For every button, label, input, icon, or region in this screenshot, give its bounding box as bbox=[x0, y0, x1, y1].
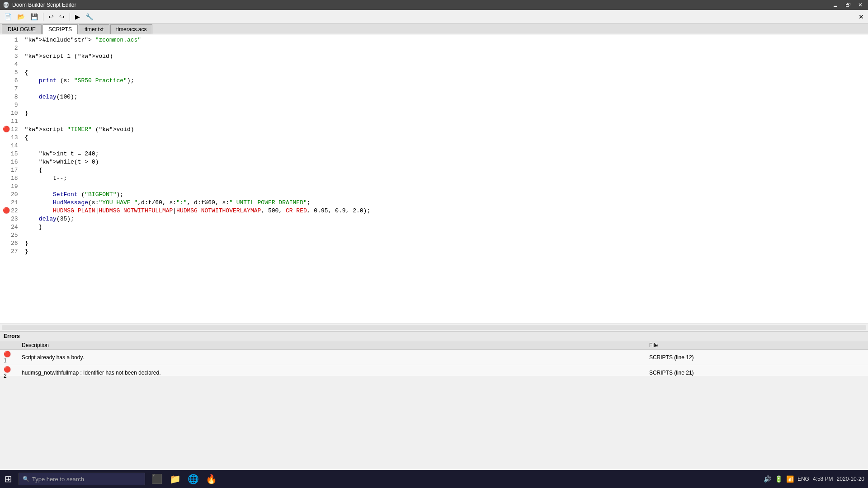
app-icon: 💀 bbox=[3, 2, 9, 8]
toolbar-sep1 bbox=[43, 13, 43, 21]
toolbar-sep2 bbox=[70, 13, 70, 21]
code-line: t--; bbox=[25, 174, 864, 183]
tab-timeracs[interactable]: timeracs.acs bbox=[110, 24, 152, 34]
clock-time: 4:58 PM bbox=[813, 476, 833, 482]
tab-dialogue[interactable]: DIALOGUE bbox=[2, 24, 42, 34]
table-row[interactable]: 🔴 2 hudmsg_notwithfullmap : Identifier h… bbox=[0, 365, 868, 380]
col-file: File bbox=[646, 341, 868, 350]
code-line bbox=[25, 183, 864, 191]
error-file: SCRIPTS (line 21) bbox=[646, 365, 868, 380]
volume-icon: 🔋 bbox=[775, 475, 783, 483]
code-line: "kw">while(t > 0) bbox=[25, 158, 864, 166]
battery-icon: 📶 bbox=[786, 475, 794, 483]
code-line: } bbox=[25, 239, 864, 248]
code-line: "kw">script 1 ("kw">void) bbox=[25, 52, 864, 61]
code-line bbox=[25, 231, 864, 239]
code-editor[interactable]: "kw">#include"str"> "zcommon.acs" "kw">s… bbox=[21, 34, 868, 324]
errors-title: Errors bbox=[0, 332, 868, 341]
titlebar-controls: 🗕 🗗 ✕ bbox=[830, 1, 865, 9]
taskbar-app-file-explorer[interactable]: 📁 bbox=[167, 471, 183, 487]
search-icon: 🔍 bbox=[23, 476, 29, 482]
col-num bbox=[0, 341, 18, 350]
line-numbers: 1234567891011🔴12131415161718192021🔴22232… bbox=[0, 34, 21, 324]
code-line: } bbox=[25, 223, 864, 231]
code-line bbox=[25, 61, 864, 69]
code-line: HUDMSG_PLAIN|HUDMSG_NOTWITHFULLMAP|HUDMS… bbox=[25, 207, 864, 215]
language-indicator: ENG bbox=[797, 476, 809, 482]
network-icon: 🔊 bbox=[764, 475, 771, 483]
search-bar[interactable]: 🔍 Type here to search bbox=[19, 473, 145, 485]
code-line: "kw">script "TIMER" ("kw">void) bbox=[25, 126, 864, 134]
errors-panel: Errors Description File 🔴 1 Script alrea… bbox=[0, 331, 868, 376]
code-line bbox=[25, 85, 864, 93]
code-line: { bbox=[25, 166, 864, 174]
code-line: SetFont ("BIGFONT"); bbox=[25, 191, 864, 199]
close-panel-button[interactable]: ✕ bbox=[856, 12, 866, 22]
titlebar-title: Doom Builder Script Editor bbox=[12, 2, 76, 8]
code-line: "kw">int t = 240; bbox=[25, 150, 864, 158]
scrollbar-track[interactable] bbox=[2, 325, 866, 330]
tab-timer-txt[interactable]: timer.txt bbox=[79, 24, 109, 34]
titlebar-left: 💀 Doom Builder Script Editor bbox=[3, 2, 76, 8]
taskbar-apps: ⬛ 📁 🌐 🔥 bbox=[149, 471, 219, 487]
error-file: SCRIPTS (line 12) bbox=[646, 350, 868, 365]
code-line bbox=[25, 44, 864, 52]
open-button[interactable]: 📂 bbox=[15, 12, 27, 22]
taskbar-app-doom[interactable]: 🔥 bbox=[203, 471, 219, 487]
taskbar-app-chrome[interactable]: 🌐 bbox=[185, 471, 201, 487]
code-line: delay(35); bbox=[25, 215, 864, 223]
restore-button[interactable]: 🗗 bbox=[843, 1, 854, 9]
new-button[interactable]: 📄 bbox=[2, 12, 14, 22]
search-placeholder: Type here to search bbox=[32, 476, 84, 483]
code-line bbox=[25, 101, 864, 109]
code-line: print (s: "SR50 Practice"); bbox=[25, 77, 864, 85]
code-line: "kw">#include"str"> "zcommon.acs" bbox=[25, 36, 864, 44]
compile-button[interactable]: ▶ bbox=[73, 12, 82, 22]
errors-table: Description File 🔴 1 Script already has … bbox=[0, 341, 868, 380]
errors-body: 🔴 1 Script already has a body. SCRIPTS (… bbox=[0, 350, 868, 380]
code-line: delay(100); bbox=[25, 93, 864, 101]
minimize-button[interactable]: 🗕 bbox=[830, 1, 841, 9]
col-description: Description bbox=[18, 341, 646, 350]
error-num: 🔴 2 bbox=[0, 365, 18, 380]
code-line bbox=[25, 117, 864, 126]
error-indicator: 🔴 bbox=[3, 207, 10, 215]
undo-button[interactable]: ↩ bbox=[46, 12, 56, 22]
code-line bbox=[25, 142, 864, 150]
save-button[interactable]: 💾 bbox=[28, 12, 40, 22]
table-row[interactable]: 🔴 1 Script already has a body. SCRIPTS (… bbox=[0, 350, 868, 365]
close-button[interactable]: ✕ bbox=[855, 1, 865, 9]
editor-container: 1234567891011🔴12131415161718192021🔴22232… bbox=[0, 34, 868, 324]
code-line: { bbox=[25, 134, 864, 142]
horizontal-scrollbar[interactable] bbox=[0, 324, 868, 331]
code-line: } bbox=[25, 248, 864, 256]
code-line: { bbox=[25, 69, 864, 77]
taskbar-app-task-view[interactable]: ⬛ bbox=[149, 471, 165, 487]
taskbar-tray: 🔊 🔋 📶 ENG 4:58 PM 2020-10-20 bbox=[764, 475, 868, 483]
code-line: } bbox=[25, 109, 864, 117]
start-button[interactable]: ⊞ bbox=[0, 471, 17, 487]
error-description: hudmsg_notwithfullmap : Identifier has n… bbox=[18, 365, 646, 380]
error-description: Script already has a body. bbox=[18, 350, 646, 365]
redo-button[interactable]: ↪ bbox=[57, 12, 67, 22]
clock-date: 2020-10-20 bbox=[837, 476, 864, 482]
code-line: HudMessage(s:"YOU HAVE ",d:t/60, s:":", … bbox=[25, 199, 864, 207]
error-num: 🔴 1 bbox=[0, 350, 18, 365]
tab-scripts[interactable]: SCRIPTS bbox=[42, 24, 78, 34]
tab-bar: DIALOGUE SCRIPTS timer.txt timeracs.acs bbox=[0, 23, 868, 34]
error-indicator: 🔴 bbox=[3, 126, 10, 134]
taskbar: ⊞ 🔍 Type here to search ⬛ 📁 🌐 🔥 🔊 🔋 📶 EN… bbox=[0, 470, 868, 488]
toolbar: 📄 📂 💾 ↩ ↪ ▶ 🔧 ✕ bbox=[0, 10, 868, 23]
settings-button[interactable]: 🔧 bbox=[83, 12, 95, 22]
titlebar: 💀 Doom Builder Script Editor 🗕 🗗 ✕ bbox=[0, 0, 868, 10]
